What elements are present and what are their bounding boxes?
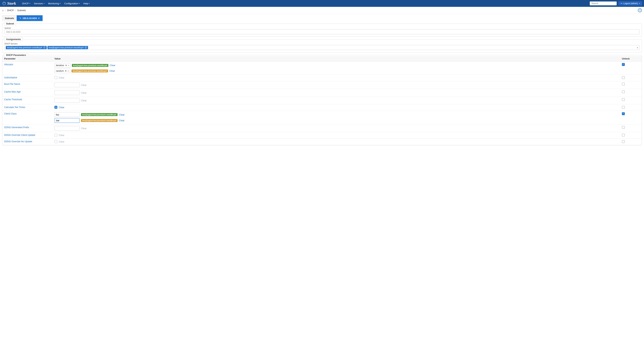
cache-max-age-input[interactable]: [54, 90, 80, 95]
panel-dhcp-parameters: DHCP Parameters Parameter Value Unlock A…: [2, 55, 642, 145]
chevron-down-icon: ▾: [89, 2, 90, 4]
chevron-down-icon: ▾: [639, 2, 640, 4]
navbar-left: Stork DHCP▾ Services▾ Monitoring▾ Config…: [2, 1, 91, 6]
col-unlock: Unlock: [620, 56, 642, 62]
clear-link[interactable]: Clear: [59, 106, 64, 109]
breadcrumb-dhcp[interactable]: DHCP: [7, 9, 14, 12]
row-ddns-generated-prefix: DDNS Generated Prefix Clear: [2, 124, 642, 132]
clear-link[interactable]: Clear: [59, 140, 64, 143]
tabs: Subnets ✎ 192.0.10.0/24 ✕: [0, 14, 644, 21]
panel-assignments-legend: Assignments: [4, 37, 23, 41]
home-icon[interactable]: ⌂: [2, 9, 4, 12]
pencil-icon: ✎: [20, 17, 22, 20]
boot-file-name-input[interactable]: [54, 83, 80, 87]
close-icon[interactable]: ✕: [38, 17, 40, 20]
col-value: Value: [53, 56, 620, 62]
clear-link[interactable]: Clear: [81, 92, 86, 94]
nav-dhcp[interactable]: DHCP▾: [21, 2, 32, 6]
dhcp-servers-multiselect[interactable]: kea@agent-kea-premium-one/dhcp4 ✕ kea@ag…: [4, 45, 640, 50]
unlock-checkbox[interactable]: [622, 134, 625, 136]
clear-link[interactable]: Clear: [59, 76, 64, 79]
allocator-select-2[interactable]: random✕▾: [54, 68, 70, 73]
nav-services[interactable]: Services▾: [32, 2, 46, 6]
app-logo[interactable]: Stork: [2, 1, 16, 6]
param-authoritative[interactable]: Authoritative: [2, 75, 53, 81]
panel-assignments: Assignments DHCP Servers kea@agent-kea-p…: [2, 39, 642, 52]
authoritative-checkbox[interactable]: [54, 76, 57, 79]
breadcrumb-row: ⌂ › DHCP › Subnets ?: [0, 7, 644, 14]
svg-point-0: [3, 2, 6, 5]
tab-subnet-edit[interactable]: ✎ 192.0.10.0/24 ✕: [17, 15, 42, 21]
chevron-down-icon[interactable]: ▾: [637, 47, 638, 49]
ddns-override-no-update-checkbox[interactable]: [54, 140, 57, 143]
row-allocator: Allocator iterative✕▾ kea@agent-kea-prem…: [2, 62, 642, 75]
tab-subnets[interactable]: Subnets: [2, 15, 17, 21]
unlock-checkbox[interactable]: [622, 76, 625, 79]
clear-link[interactable]: Clear: [81, 99, 86, 102]
unlock-checkbox[interactable]: [622, 126, 625, 129]
row-cache-max-age: Cache Max Age Clear: [2, 89, 642, 97]
chip-remove-icon[interactable]: ✕: [43, 46, 46, 49]
nav-configuration[interactable]: Configuration▾: [63, 2, 81, 6]
clear-link[interactable]: Clear: [119, 119, 124, 122]
unlock-checkbox[interactable]: [622, 112, 625, 115]
chevron-down-icon: ▾: [44, 2, 44, 4]
subnet-input[interactable]: [4, 30, 640, 34]
allocator-select-1[interactable]: iterative✕▾: [54, 63, 70, 68]
help-icon[interactable]: ?: [638, 8, 642, 12]
unlock-checkbox[interactable]: [622, 90, 625, 93]
unlock-checkbox[interactable]: [622, 63, 625, 66]
panel-subnet: Subnet Subnet: [2, 24, 642, 37]
clear-link[interactable]: Clear: [119, 113, 124, 116]
chevron-down-icon: ▾: [79, 2, 80, 4]
client-class-input-1[interactable]: [54, 112, 80, 117]
navbar-right: ↪ Logout (admin) ▾: [590, 2, 642, 6]
param-ddns-override-no-update[interactable]: DDNS Override No Update: [2, 139, 53, 145]
server-chip: kea@agent-kea-premium-one/dhcp4 ✕: [6, 46, 47, 49]
chevron-down-icon: ▾: [60, 2, 60, 4]
row-ddns-override-client-update: DDNS Override Client Update Clear: [2, 132, 642, 139]
top-navbar: Stork DHCP▾ Services▾ Monitoring▾ Config…: [0, 0, 644, 7]
calc-tee-times-checkbox[interactable]: ✕: [54, 106, 57, 109]
unlock-checkbox[interactable]: [622, 98, 625, 101]
cache-threshold-input[interactable]: [54, 98, 80, 103]
param-client-class[interactable]: Client Class: [2, 111, 53, 124]
row-authoritative: Authoritative Clear: [2, 75, 642, 81]
param-allocator[interactable]: Allocator: [2, 62, 53, 75]
unlock-checkbox[interactable]: [622, 106, 625, 109]
server-badge-two: kea@agent-kea-premium-two/dhcp4: [72, 70, 108, 72]
param-cache-threshold[interactable]: Cache Threshold: [2, 97, 53, 104]
row-boot-file-name: Boot File Name Clear: [2, 81, 642, 89]
chip-remove-icon[interactable]: ✕: [85, 46, 87, 49]
clear-link[interactable]: Clear: [110, 70, 115, 72]
clear-link[interactable]: Clear: [81, 127, 86, 130]
param-calculate-tee-times[interactable]: Calculate Tee Times: [2, 104, 53, 111]
chevron-down-icon: ▾: [68, 64, 69, 66]
chevron-down-icon: ▾: [68, 70, 69, 72]
ddns-override-client-checkbox[interactable]: [54, 134, 57, 136]
param-cache-max-age[interactable]: Cache Max Age: [2, 89, 53, 97]
clear-x-icon[interactable]: ✕: [65, 64, 67, 67]
params-table: Parameter Value Unlock Allocator iterati…: [2, 56, 642, 145]
clear-link[interactable]: Clear: [110, 64, 115, 67]
nav-help[interactable]: Help▾: [82, 2, 91, 6]
server-badge-one: kea@agent-kea-premium-one/dhcp4: [72, 64, 108, 67]
unlock-checkbox[interactable]: [622, 83, 625, 86]
row-ddns-override-no-update: DDNS Override No Update Clear: [2, 139, 642, 145]
logout-button[interactable]: ↪ Logout (admin) ▾: [618, 2, 642, 6]
param-ddns-override-client-update[interactable]: DDNS Override Client Update: [2, 132, 53, 139]
ddns-generated-prefix-input[interactable]: [54, 126, 80, 130]
subnet-field-label: Subnet: [4, 27, 640, 29]
param-ddns-generated-prefix[interactable]: DDNS Generated Prefix: [2, 124, 53, 132]
row-calculate-tee-times: Calculate Tee Times ✕Clear: [2, 104, 642, 111]
clear-x-icon[interactable]: ✕: [65, 70, 67, 72]
breadcrumb-subnets[interactable]: Subnets: [17, 9, 26, 12]
client-class-input-2[interactable]: [54, 118, 80, 123]
clear-link[interactable]: Clear: [81, 84, 86, 86]
param-boot-file-name[interactable]: Boot File Name: [2, 81, 53, 89]
clear-link[interactable]: Clear: [59, 134, 64, 136]
nav-monitoring[interactable]: Monitoring▾: [47, 2, 62, 6]
unlock-checkbox[interactable]: [622, 140, 625, 143]
server-chip: kea@agent-kea-premium-two/dhcp4 ✕: [48, 46, 88, 49]
search-input[interactable]: [590, 2, 617, 6]
